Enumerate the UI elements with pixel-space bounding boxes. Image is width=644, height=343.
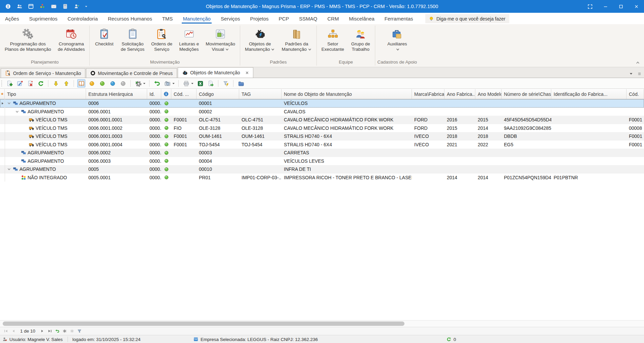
excel-export-button[interactable] <box>196 79 204 87</box>
close-button[interactable] <box>629 0 644 13</box>
grid-header-c-d-[interactable]: Cód. <box>627 89 644 99</box>
grid-row-OUM-1461[interactable]: VEÍCULO TMS0006.0001.00030000...F0001OUM… <box>0 132 644 141</box>
filter-button[interactable] <box>222 79 230 87</box>
refresh-button[interactable] <box>37 79 45 87</box>
tab-list-dropdown-icon[interactable] <box>629 72 633 76</box>
ribbon-tab-crm[interactable]: CRM <box>323 13 344 24</box>
grid-filter-button[interactable] <box>76 328 82 334</box>
first-page-button[interactable] <box>3 328 9 334</box>
grid-header-ano-modelo[interactable]: Ano Modelo <box>475 89 502 99</box>
nav-undo-button[interactable] <box>54 328 60 334</box>
ribbon-tab-serviços[interactable]: Serviços <box>216 13 245 24</box>
tree-expander-icon[interactable] <box>15 109 19 114</box>
grid-header-info[interactable] <box>161 89 171 99</box>
grid-row-OLC-4751[interactable]: VEÍCULO TMS0006.0001.00010000...F0001OLC… <box>0 116 644 124</box>
next-page-button[interactable] <box>39 328 45 334</box>
status-yellow-button[interactable] <box>88 79 96 87</box>
options-button[interactable] <box>69 328 75 334</box>
print-button-dropdown-icon[interactable] <box>191 82 194 85</box>
quick-access-dropdown-icon[interactable] <box>83 3 89 10</box>
folder-button[interactable] <box>237 79 245 87</box>
grid-row-00002[interactable]: AGRUPAMENTO0006.00010000...00002CAVALOS <box>0 108 644 116</box>
collapse-ribbon-button[interactable] <box>636 61 640 65</box>
ribbon-button-checklist[interactable]: Checklist <box>92 26 117 47</box>
status-gray-button[interactable] <box>119 79 127 87</box>
ribbon-tab-ações[interactable]: Ações <box>0 13 24 24</box>
ribbon-button-solicitação-de-serviços[interactable]: Solicitaçãode Serviços <box>118 26 147 53</box>
ribbon-button-cronograma-de-atividades[interactable]: Cronogramade Atividades <box>55 26 87 53</box>
ribbon-button-padrões-da-manutenção[interactable]: Padrões daManutenção <box>279 26 314 53</box>
toolbar-grip[interactable] <box>1 80 2 86</box>
grid-row-00004[interactable]: AGRUPAMENTO0006.00030000...00004VEÍCULOS… <box>0 157 644 165</box>
prev-page-button[interactable] <box>10 328 16 334</box>
grid-row-PR01[interactable]: NÃO INTEGRADO0005.00010000...PR01IMP01-C… <box>0 174 644 182</box>
new-row-button[interactable] <box>61 328 68 334</box>
ribbon-tab-tms[interactable]: TMS <box>157 13 178 24</box>
process-button[interactable] <box>134 79 142 87</box>
tell-me-search[interactable]: Diga-me o que você deseja fazer <box>425 14 509 23</box>
snapshot-button[interactable] <box>163 79 171 87</box>
ribbon-tab-miscelânea[interactable]: Miscelânea <box>344 13 380 24</box>
ribbon-tab-recursos-humanos[interactable]: Recursos Humanos <box>103 13 157 24</box>
ribbon-tab-suprimentos[interactable]: Suprimentos <box>24 13 62 24</box>
document-tab-ordem-de-servi-o-manuten-o[interactable]: Ordem de Serviço - Manutenção <box>1 68 85 78</box>
ribbon-tab-projetos[interactable]: Projetos <box>245 13 273 24</box>
app-window-icon[interactable] <box>28 3 34 10</box>
grid-header-nome-do-objeto-de-manuten-o[interactable]: Nome do Objeto de Manutenção <box>282 89 412 99</box>
delete-record-button[interactable] <box>26 79 34 87</box>
grid-header-c-digo[interactable]: Código <box>197 89 239 99</box>
export-document-button[interactable] <box>207 79 215 87</box>
ribbon-button-auxiliares[interactable]: Auxiliares <box>385 26 410 53</box>
calculator-icon[interactable] <box>62 3 69 10</box>
ribbon-tab-controladoria[interactable]: Controladoria <box>62 13 103 24</box>
card-view-button[interactable] <box>77 79 85 87</box>
ribbon-button-programação-dos-planos-de-manutenção[interactable]: Programação dosPlanos de Manutenção <box>2 26 54 53</box>
mail-icon[interactable] <box>50 3 57 10</box>
add-record-button[interactable] <box>5 79 13 87</box>
info-icon[interactable] <box>5 3 11 10</box>
grid-row-00003[interactable]: AGRUPAMENTO0006.00020000...00003CARRETAS <box>0 149 644 157</box>
user-group-icon[interactable] <box>16 3 23 10</box>
grid-header-id-[interactable]: Id. <box>147 89 161 99</box>
grid-row-00010[interactable]: AGRUPAMENTO00050000...00010INFRA DE TI <box>0 165 644 174</box>
grid-row-OLE-3128[interactable]: VEÍCULO TMS0006.0001.00020000...FIOOLE-3… <box>0 124 644 132</box>
undo-button[interactable] <box>153 79 161 87</box>
grid-row-TOJ-5454[interactable]: VEÍCULO TMS0006.0001.00040000...F0001TOJ… <box>0 141 644 149</box>
ribbon-tab-manutenção[interactable]: Manutenção <box>178 13 216 24</box>
snapshot-button-dropdown-icon[interactable] <box>172 82 175 85</box>
edit-record-button[interactable] <box>16 79 24 87</box>
tree-expander-icon[interactable] <box>7 101 11 106</box>
tab-options-icon[interactable] <box>638 72 641 76</box>
maximize-button[interactable] <box>613 0 629 13</box>
ribbon-tab-ferramentas[interactable]: Ferramentas <box>380 13 418 24</box>
ribbon-tab-pcp[interactable]: PCP <box>274 13 294 24</box>
close-tab-icon[interactable] <box>245 71 249 75</box>
grid-header-marker[interactable]: * <box>0 89 5 99</box>
status-dots-icon[interactable] <box>39 3 46 10</box>
document-tab-movimenta-o-e-controle-de-pneus[interactable]: Movimentação e Controle de Pneus <box>86 68 177 78</box>
horizontal-scrollbar-thumb[interactable] <box>3 321 404 326</box>
status-green-button[interactable] <box>98 79 106 87</box>
status-blue-button[interactable] <box>109 79 117 87</box>
last-page-button[interactable] <box>47 328 53 334</box>
grid-header-identifica-o-do-fabrica-[interactable]: Identificação do Fabrica... <box>551 89 627 99</box>
sync-status-icon[interactable] <box>446 337 452 342</box>
grid-header-tipo[interactable]: Tipo <box>5 89 86 99</box>
grid-header-estrutura-hier-rquica[interactable]: Estrutura Hierárquica <box>86 89 147 99</box>
move-up-button[interactable] <box>62 79 70 87</box>
grid-header-marca-fabricante[interactable]: Marca\Fabricante <box>412 89 444 99</box>
ribbon-button-ordens-de-serviço[interactable]: Ordens deServiço <box>148 26 175 53</box>
grid-row-00001[interactable]: AGRUPAMENTO00060000...00001VEÍCULOS <box>0 99 644 108</box>
ribbon-button-objetos-de-manutenção[interactable]: Objetos deManutenção <box>242 26 277 53</box>
print-button[interactable] <box>182 79 190 87</box>
move-down-button[interactable] <box>52 79 60 87</box>
minimize-button[interactable] <box>598 0 613 13</box>
fullscreen-button[interactable] <box>582 0 598 13</box>
grid-header-c-d-[interactable]: Cód. ... <box>171 89 197 99</box>
ribbon-button-grupo-de-trabalho[interactable]: Grupo deTrabalho <box>348 26 373 53</box>
grid-header-n-mero-de-s-rie-chassi[interactable]: Número de série\Chassi <box>502 89 551 99</box>
ribbon-button-leituras-e-medições[interactable]: Leituras eMedições <box>176 26 202 53</box>
document-tab-objetos-de-manuten-o[interactable]: Objetos de Manutenção <box>178 67 253 78</box>
grid-header-ano-fabrica-[interactable]: Ano Fabrica... <box>444 89 475 99</box>
grid-header-tag[interactable]: TAG <box>239 89 282 99</box>
